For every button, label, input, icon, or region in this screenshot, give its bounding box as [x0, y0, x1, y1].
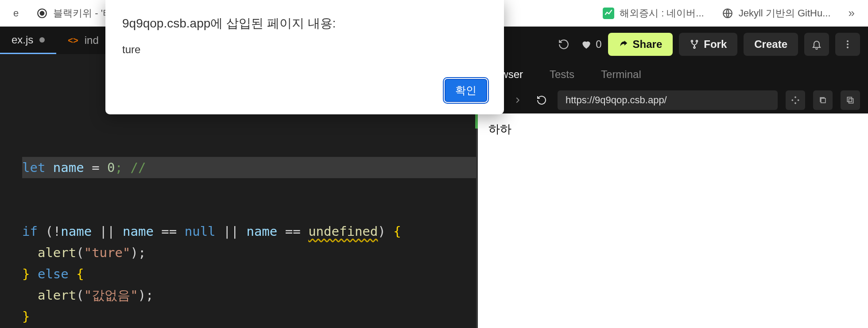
- preview-pane: 하하: [478, 113, 868, 328]
- tab-label: e: [13, 8, 19, 19]
- chart-icon: [603, 8, 614, 19]
- more-menu-button[interactable]: [835, 33, 860, 56]
- window-icon: [818, 96, 827, 105]
- svg-rect-12: [791, 99, 794, 102]
- tab-label: 해외증시 : 네이버...: [620, 7, 704, 20]
- devtools-button[interactable]: [786, 90, 805, 110]
- fork-icon: [690, 39, 699, 49]
- svg-point-6: [694, 47, 695, 49]
- svg-point-9: [847, 47, 849, 48]
- chevron-right-icon: [513, 95, 523, 105]
- browser-tab-jekyll[interactable]: Jekyll 기반의 GitHu...: [713, 0, 840, 26]
- editor-tab-second[interactable]: <> ind: [56, 27, 110, 54]
- heart-icon: [581, 39, 592, 50]
- new-window-button[interactable]: [813, 90, 833, 110]
- js-alert-dialog: 9q9qop.csb.app에 삽입된 페이지 내용: ture 확인: [105, 0, 504, 114]
- svg-point-8: [847, 43, 849, 45]
- likes-count: 0: [596, 38, 601, 51]
- tab-terminal[interactable]: Terminal: [601, 68, 641, 81]
- svg-rect-10: [794, 96, 797, 98]
- svg-rect-16: [849, 99, 853, 103]
- alert-ok-button[interactable]: 확인: [445, 79, 487, 102]
- notifications-button[interactable]: [804, 33, 829, 56]
- nav-reload-button[interactable]: [534, 92, 550, 108]
- svg-point-1: [40, 11, 44, 15]
- editor-tab-active[interactable]: ex.js: [0, 27, 56, 54]
- alert-actions: 확인: [122, 79, 487, 102]
- sandbox-topbar: 0 Share Fork Create: [478, 27, 868, 62]
- svg-rect-11: [794, 102, 797, 104]
- right-column: 0 Share Fork Create rowser: [476, 27, 868, 328]
- svg-rect-14: [821, 98, 825, 103]
- svg-point-5: [696, 40, 698, 42]
- create-label: Create: [754, 38, 787, 51]
- editor-tab-label: ex.js: [12, 34, 33, 46]
- open-external-button[interactable]: [841, 90, 860, 110]
- svg-point-7: [847, 40, 849, 42]
- likes[interactable]: 0: [581, 38, 601, 51]
- reload-icon: [536, 95, 547, 105]
- fork-button[interactable]: Fork: [679, 33, 737, 56]
- tabs-overflow-chevron-icon[interactable]: »: [840, 6, 864, 20]
- fork-label: Fork: [704, 38, 727, 51]
- tab-tests[interactable]: Tests: [550, 68, 574, 81]
- external-icon: [846, 96, 855, 105]
- tab-label: Tests: [550, 68, 574, 80]
- browser-tab-partial-left[interactable]: e: [4, 0, 27, 26]
- editor-tab-label: ind: [85, 34, 99, 47]
- preview-url-bar: [478, 87, 868, 113]
- tab-label: Jekyll 기반의 GitHu...: [739, 7, 831, 20]
- svg-rect-15: [847, 97, 852, 102]
- create-button[interactable]: Create: [744, 33, 798, 56]
- kebab-icon: [842, 39, 853, 50]
- html-file-icon: <>: [68, 35, 78, 46]
- alert-body: ture: [122, 43, 487, 56]
- globe-icon: [722, 8, 733, 19]
- share-arrow-icon: [619, 39, 628, 49]
- browser-tab-naver-stock[interactable]: 해외증시 : 네이버...: [594, 0, 713, 26]
- diamond-grid-icon: [791, 96, 800, 105]
- share-button[interactable]: Share: [608, 33, 673, 56]
- share-label: Share: [633, 38, 663, 51]
- bell-icon: [811, 39, 822, 50]
- tab-label: Terminal: [601, 68, 641, 80]
- alert-header: 9q9qop.csb.app에 삽입된 페이지 내용:: [122, 15, 487, 32]
- tab-label: 블랙키위 - '티: [53, 7, 112, 20]
- unsaved-dot-icon: [39, 37, 45, 43]
- svg-point-4: [691, 40, 693, 42]
- preview-text: 하하: [488, 122, 512, 136]
- preview-url-input[interactable]: [558, 90, 778, 110]
- svg-rect-13: [797, 99, 799, 102]
- radio-icon: [36, 8, 48, 19]
- reload-button[interactable]: [553, 34, 574, 55]
- nav-forward-button[interactable]: [510, 92, 526, 108]
- panel-tabs: rowser Tests Terminal: [478, 62, 868, 87]
